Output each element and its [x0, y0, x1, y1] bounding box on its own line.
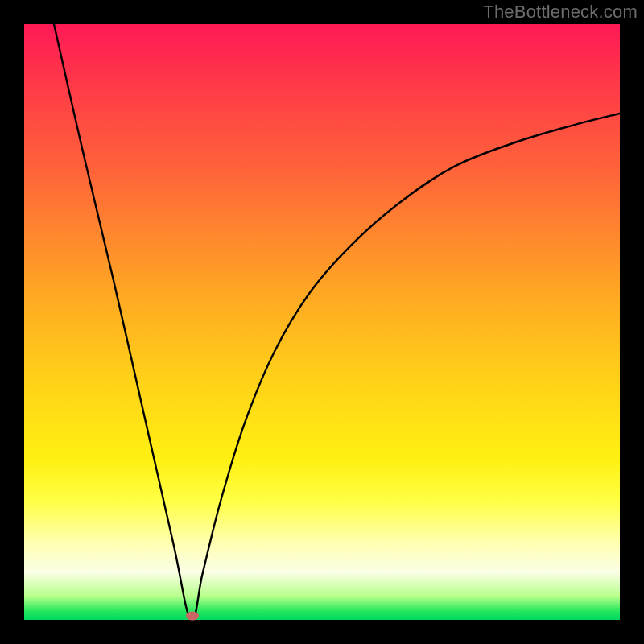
curve-path [54, 24, 620, 620]
chart-frame: TheBottleneck.com [0, 0, 644, 644]
optimum-marker [186, 611, 199, 620]
bottleneck-curve [24, 24, 620, 620]
plot-area [24, 24, 620, 620]
watermark-text: TheBottleneck.com [483, 2, 638, 23]
